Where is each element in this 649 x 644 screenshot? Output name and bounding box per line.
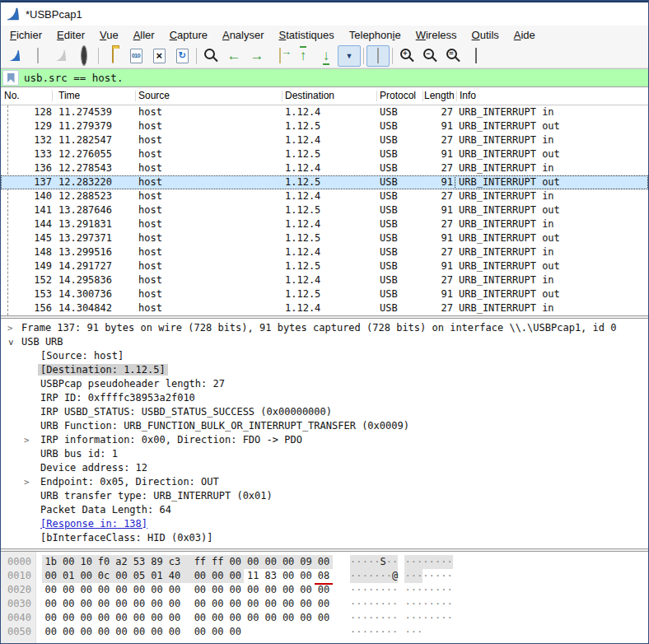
expander-open-icon[interactable]: > bbox=[4, 340, 18, 346]
table-row[interactable]: 14914.291727host1.12.5USB91URB_INTERRUPT… bbox=[1, 259, 648, 273]
hex-byte[interactable]: 00 bbox=[42, 597, 59, 611]
table-row[interactable]: 15614.304842host1.12.4USB27URB_INTERRUPT… bbox=[1, 301, 648, 315]
hex-byte[interactable]: 00 bbox=[77, 625, 95, 639]
hex-byte[interactable]: 00 bbox=[95, 611, 112, 625]
menu-statistiques[interactable]: Statistiques bbox=[272, 27, 342, 43]
hex-byte[interactable]: 00 bbox=[262, 597, 279, 611]
detail-line[interactable]: [Source: host] bbox=[1, 349, 648, 363]
hex-byte[interactable]: 00 bbox=[130, 597, 147, 611]
go-back-button[interactable]: ← bbox=[222, 45, 245, 67]
auto-scroll-button[interactable]: ▼ bbox=[338, 45, 361, 67]
open-file-button[interactable] bbox=[101, 45, 124, 67]
hex-byte[interactable]: 00 bbox=[130, 625, 147, 639]
hex-byte[interactable]: 00 bbox=[148, 597, 166, 611]
zoom-out-button[interactable]: − bbox=[418, 45, 441, 67]
column-header-time[interactable]: Time bbox=[58, 90, 80, 101]
hex-byte[interactable]: 00 bbox=[59, 625, 77, 639]
hex-byte[interactable]: 00 bbox=[113, 625, 130, 639]
column-header-protocol[interactable]: Protocol bbox=[380, 90, 416, 101]
hex-byte[interactable]: 89 bbox=[148, 555, 166, 569]
hex-byte[interactable]: 01 bbox=[148, 569, 166, 583]
detail-line[interactable]: URB transfer type: URB_INTERRUPT (0x01) bbox=[1, 489, 648, 503]
hex-byte[interactable]: 00 bbox=[244, 611, 261, 625]
hex-byte[interactable]: 00 bbox=[297, 569, 315, 583]
resize-columns-button[interactable] bbox=[465, 45, 488, 67]
detail-line[interactable]: Device address: 12 bbox=[1, 461, 648, 475]
hex-byte[interactable]: 00 bbox=[262, 555, 279, 569]
menu-telephonie[interactable]: Telephonie bbox=[342, 27, 409, 43]
hex-byte[interactable]: 00 bbox=[42, 611, 59, 625]
hex-row[interactable]: 00100001000c000501400000001183000008····… bbox=[1, 569, 648, 583]
detail-line[interactable]: IRP ID: 0xffffc38953a2f010 bbox=[1, 391, 648, 405]
response-link[interactable]: [Response in: 138] bbox=[40, 518, 147, 530]
hex-byte[interactable]: 00 bbox=[226, 583, 244, 597]
hex-byte[interactable]: 00 bbox=[279, 611, 296, 625]
menu-analyser[interactable]: Analyser bbox=[215, 27, 272, 43]
detail-line[interactable]: URB bus id: 1 bbox=[1, 447, 648, 461]
menu-aide[interactable]: Aide bbox=[507, 27, 543, 43]
hex-byte[interactable]: 00 bbox=[113, 611, 130, 625]
hex-byte[interactable]: 00 bbox=[59, 583, 77, 597]
hex-byte[interactable]: 00 bbox=[113, 597, 130, 611]
hex-byte[interactable]: 00 bbox=[315, 555, 332, 569]
hex-byte[interactable]: 00 bbox=[244, 583, 261, 597]
hex-byte[interactable]: 00 bbox=[191, 583, 208, 597]
table-row[interactable]: 14513.297371host1.12.5USB91URB_INTERRUPT… bbox=[1, 231, 648, 245]
hex-byte[interactable]: 0c bbox=[95, 569, 112, 583]
hex-byte[interactable]: 00 bbox=[59, 611, 77, 625]
hex-byte[interactable]: 00 bbox=[77, 569, 95, 583]
detail-line[interactable]: IRP USBD_STATUS: USBD_STATUS_SUCCESS (0x… bbox=[1, 405, 648, 419]
zoom-in-button[interactable]: + bbox=[395, 45, 418, 67]
packet-list-rows[interactable]: 12811.274539host1.12.4USB27URB_INTERRUPT… bbox=[1, 105, 648, 315]
hex-byte[interactable]: 53 bbox=[130, 555, 147, 569]
hex-byte[interactable]: 00 bbox=[209, 625, 226, 639]
hex-row[interactable]: 002000000000000000000000000000000000····… bbox=[1, 583, 648, 597]
hex-byte[interactable]: 00 bbox=[209, 611, 226, 625]
detail-line[interactable]: [Destination: 1.12.5] bbox=[1, 363, 648, 377]
menu-fichier[interactable]: Fichier bbox=[2, 27, 49, 43]
hex-byte[interactable]: 00 bbox=[244, 555, 261, 569]
table-row[interactable]: 14012.288523host1.12.4USB27URB_INTERRUPT… bbox=[1, 189, 648, 203]
expander-closed-icon[interactable]: > bbox=[7, 321, 13, 335]
column-header-info[interactable]: Info bbox=[460, 90, 476, 101]
menu-vue[interactable]: Vue bbox=[92, 27, 126, 43]
table-row[interactable]: 12911.279379host1.12.5USB91URB_INTERRUPT… bbox=[1, 119, 648, 133]
hex-byte[interactable]: 00 bbox=[166, 611, 191, 625]
menu-wireless[interactable]: Wireless bbox=[409, 27, 465, 43]
hex-byte[interactable]: 00 bbox=[113, 569, 130, 583]
hex-byte[interactable]: 00 bbox=[77, 597, 95, 611]
hex-byte[interactable]: 00 bbox=[191, 597, 208, 611]
expander-closed-icon[interactable]: > bbox=[24, 433, 30, 447]
detail-line[interactable]: >USB URB bbox=[1, 335, 648, 349]
hex-byte[interactable]: 00 bbox=[297, 611, 315, 625]
hex-byte[interactable]: 00 bbox=[59, 555, 77, 569]
capture-options-button[interactable] bbox=[72, 45, 96, 67]
detail-line[interactable]: Packet Data Length: 64 bbox=[1, 503, 648, 517]
hex-row[interactable]: 004000000000000000000000000000000000····… bbox=[1, 611, 648, 625]
hex-byte[interactable]: 00 bbox=[42, 583, 59, 597]
hex-byte[interactable]: f0 bbox=[95, 555, 112, 569]
hex-byte[interactable]: 00 bbox=[315, 611, 332, 625]
hex-byte[interactable]: 00 bbox=[226, 611, 244, 625]
hex-byte[interactable]: 1b bbox=[42, 555, 59, 569]
table-row[interactable]: 15314.300736host1.12.5USB91URB_INTERRUPT… bbox=[1, 287, 648, 301]
hex-byte[interactable]: 00 bbox=[209, 569, 226, 583]
restart-capture-button[interactable] bbox=[49, 45, 72, 67]
reload-file-button[interactable]: ↻ bbox=[170, 45, 194, 67]
display-filter-bar[interactable]: usb.src == host. bbox=[1, 68, 648, 87]
hex-byte[interactable]: 00 bbox=[209, 583, 226, 597]
hex-byte[interactable]: 00 bbox=[226, 597, 244, 611]
column-header-destination[interactable]: Destination bbox=[285, 90, 334, 101]
hex-byte[interactable]: 05 bbox=[130, 569, 147, 583]
find-packet-button[interactable] bbox=[199, 45, 222, 67]
hex-byte[interactable]: 00 bbox=[95, 597, 112, 611]
go-last-button[interactable]: ↓ bbox=[315, 45, 338, 67]
table-row[interactable]: 13312.276055host1.12.5USB91URB_INTERRUPT… bbox=[1, 147, 648, 161]
colorize-button[interactable] bbox=[367, 45, 390, 67]
hex-byte[interactable]: 00 bbox=[166, 625, 191, 639]
go-forward-button[interactable]: → bbox=[245, 45, 268, 67]
hex-byte[interactable]: a2 bbox=[113, 555, 130, 569]
table-row[interactable]: 13211.282547host1.12.4USB27URB_INTERRUPT… bbox=[1, 133, 648, 147]
hex-byte[interactable]: 00 bbox=[130, 611, 147, 625]
table-row[interactable]: 13612.278543host1.12.4USB27URB_INTERRUPT… bbox=[1, 161, 648, 175]
